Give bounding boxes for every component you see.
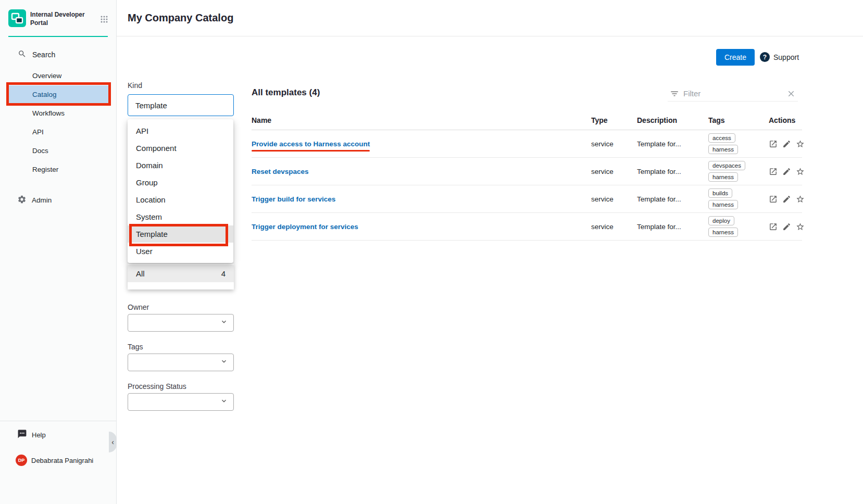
search-label: Search	[32, 51, 55, 59]
sidebar-item-overview[interactable]: Overview	[7, 67, 109, 85]
kind-option-system[interactable]: System	[128, 208, 233, 225]
tags-cell: devspacesharness	[708, 158, 769, 185]
table-header-row: NameTypeDescriptionTagsActions	[252, 111, 802, 130]
support-button[interactable]: ? Support	[760, 52, 799, 62]
table-filter	[668, 86, 798, 102]
type-cell: service	[591, 140, 637, 148]
sidebar-item-catalog[interactable]: Catalog	[7, 85, 109, 104]
tag-chip: harness	[708, 228, 738, 237]
search-icon	[18, 49, 27, 60]
sidebar: Internal Developer Portal Search Overvie…	[0, 0, 117, 504]
chat-icon	[17, 429, 27, 440]
question-icon: ?	[760, 52, 770, 62]
star-icon[interactable]	[796, 167, 805, 176]
tag-chip: devspaces	[708, 161, 745, 170]
tag-chip: harness	[708, 200, 738, 209]
star-icon[interactable]	[796, 195, 805, 204]
type-cell: service	[591, 195, 637, 203]
admin-label: Admin	[32, 196, 52, 204]
sidebar-item-admin[interactable]: Admin	[17, 195, 52, 206]
processing-status-label: Processing Status	[128, 382, 186, 390]
kind-facet-card: All 4	[128, 263, 234, 289]
owner-select[interactable]	[128, 314, 234, 332]
sidebar-search[interactable]: Search	[18, 49, 55, 60]
open-in-new-icon[interactable]	[769, 140, 778, 148]
tag-chip: harness	[708, 145, 738, 154]
kind-select[interactable]: Template	[128, 94, 234, 116]
star-icon[interactable]	[796, 140, 805, 148]
name-cell: Trigger deployment for services	[252, 222, 591, 231]
filter-input[interactable]	[683, 89, 782, 98]
page-title: My Company Catalog	[128, 12, 233, 24]
apps-grid-icon[interactable]	[100, 15, 108, 23]
description-cell: Template for...	[637, 195, 708, 203]
table-row: Trigger deployment for servicesserviceTe…	[252, 213, 802, 241]
column-header-actions: Actions	[769, 116, 802, 124]
kind-option-user[interactable]: User	[128, 243, 233, 260]
edit-icon[interactable]	[782, 140, 791, 148]
help-button[interactable]: Help	[17, 429, 46, 440]
actions-cell	[769, 195, 802, 204]
sidebar-item-api[interactable]: API	[7, 123, 109, 142]
table-row: Trigger build for servicesserviceTemplat…	[252, 185, 802, 213]
template-link[interactable]: Provide access to Harness account	[252, 140, 370, 148]
sidebar-item-register[interactable]: Register	[7, 160, 109, 179]
edit-icon[interactable]	[782, 167, 791, 176]
tags-cell: deployharness	[708, 213, 769, 240]
kind-option-location[interactable]: Location	[128, 191, 233, 208]
tag-chip: deploy	[708, 216, 734, 225]
filter-icon	[670, 89, 679, 98]
clear-icon[interactable]	[786, 89, 796, 98]
tags-select[interactable]	[128, 354, 234, 371]
kind-option-domain[interactable]: Domain	[128, 157, 233, 174]
actions-cell	[769, 222, 802, 231]
processing-status-select[interactable]	[128, 393, 234, 411]
avatar: DP	[16, 455, 27, 466]
description-cell: Template for...	[637, 223, 708, 231]
template-link[interactable]: Trigger build for services	[252, 195, 335, 203]
sidebar-item-docs[interactable]: Docs	[7, 142, 109, 160]
edit-icon[interactable]	[782, 222, 791, 231]
help-label: Help	[32, 431, 46, 439]
type-cell: service	[591, 168, 637, 175]
sidebar-item-workflows[interactable]: Workflows	[7, 104, 109, 123]
user-name: Debabrata Panigrahi	[31, 457, 93, 464]
user-profile[interactable]: DP Debabrata Panigrahi	[16, 455, 93, 466]
page: { "sidebar": { "brand": { "title_line1":…	[0, 0, 863, 504]
sidebar-footer-divider	[0, 421, 116, 421]
kind-option-component[interactable]: Component	[128, 140, 233, 157]
kind-option-group[interactable]: Group	[128, 174, 233, 191]
chevron-down-icon	[220, 397, 228, 407]
name-cell: Reset devspaces	[252, 167, 591, 176]
name-cell: Provide access to Harness account	[252, 139, 591, 148]
create-button[interactable]: Create	[716, 49, 755, 66]
facet-count: 4	[221, 269, 226, 278]
kind-option-template[interactable]: Template	[128, 225, 233, 243]
actions-cell	[769, 167, 802, 176]
facet-all-row[interactable]: All 4	[128, 265, 234, 282]
template-link[interactable]: Trigger deployment for services	[252, 223, 358, 231]
logo-icon	[8, 9, 26, 29]
chevron-down-icon	[220, 318, 228, 328]
brand-title: Internal Developer Portal	[30, 11, 96, 27]
open-in-new-icon[interactable]	[769, 167, 778, 176]
chevron-down-icon	[220, 357, 228, 368]
column-header-type: Type	[591, 116, 637, 124]
tag-chip: builds	[708, 188, 732, 198]
support-label: Support	[773, 53, 799, 61]
facet-label: All	[136, 269, 145, 278]
table-rows: Provide access to Harness accountservice…	[252, 130, 802, 241]
star-icon[interactable]	[796, 222, 805, 231]
template-link[interactable]: Reset devspaces	[252, 168, 309, 175]
open-in-new-icon[interactable]	[769, 195, 778, 204]
edit-icon[interactable]	[782, 195, 791, 204]
page-header: My Company Catalog	[117, 0, 863, 36]
kind-dropdown: APIComponentDomainGroupLocationSystemTem…	[128, 119, 233, 263]
column-header-tags: Tags	[708, 116, 769, 124]
open-in-new-icon[interactable]	[769, 222, 778, 231]
brand-divider	[8, 36, 108, 37]
sidebar-nav: OverviewCatalogWorkflowsAPIDocsRegister	[0, 67, 117, 179]
kind-option-api[interactable]: API	[128, 122, 233, 140]
tags-cell: accessharness	[708, 130, 769, 157]
name-cell: Trigger build for services	[252, 194, 591, 204]
